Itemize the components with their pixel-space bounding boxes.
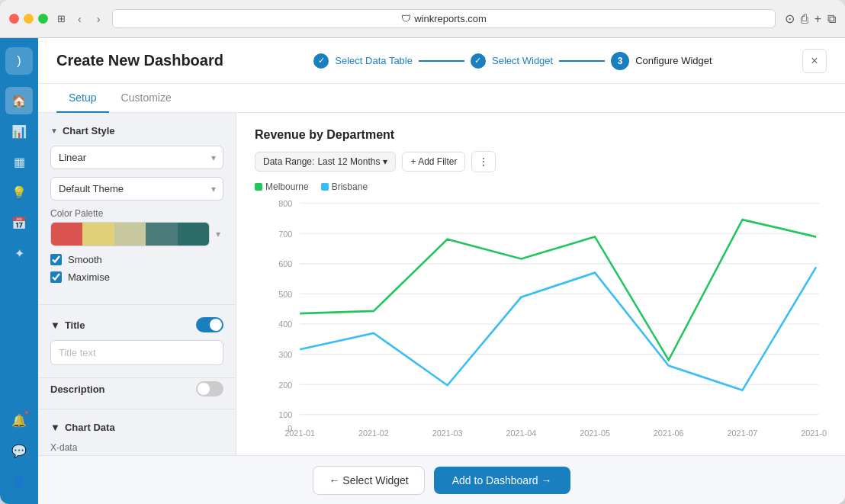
step-2-label: Select Widget	[492, 55, 553, 66]
title-section: ▼ Title	[38, 308, 236, 374]
add-to-dashboard-button[interactable]: Add to Dashboard →	[434, 467, 570, 494]
legend-dot-melbourne	[255, 183, 262, 191]
sidebar-item-files[interactable]: ▦	[5, 148, 33, 175]
sidebar-item-insights[interactable]: 💡	[5, 178, 33, 206]
new-tab-button[interactable]: +	[814, 12, 821, 26]
browser-window: ⊞ ‹ › 🛡 winkreports.com ⊙ ⎙ + ⧉ ) 🏠 📊 ▦ …	[0, 0, 845, 504]
svg-text:300: 300	[278, 350, 292, 359]
sidebar-item-charts[interactable]: 📊	[5, 117, 33, 145]
svg-text:700: 700	[278, 229, 292, 238]
sidebar-item-rocket[interactable]: ✦	[5, 239, 33, 267]
theme-select[interactable]: Default Theme Dark Theme	[50, 177, 223, 201]
color-palette-row: ▾	[50, 222, 223, 246]
address-bar[interactable]: 🛡 winkreports.com	[112, 9, 775, 28]
step-1-label: Select Data Table	[335, 55, 413, 66]
smooth-row: Smooth	[50, 254, 223, 265]
maximize-traffic-light[interactable]	[38, 14, 48, 24]
svg-text:500: 500	[278, 289, 292, 298]
x-data-label: X-data	[50, 442, 223, 453]
description-toggle[interactable]	[196, 381, 223, 396]
close-traffic-light[interactable]	[9, 14, 19, 24]
svg-text:2021-08: 2021-08	[801, 428, 827, 437]
style-select[interactable]: Linear Bar	[50, 146, 223, 169]
tab-customize[interactable]: Customize	[109, 84, 184, 113]
wizard-steps: ✓ Select Data Table ✓ Select Widget 3 Co…	[313, 52, 712, 70]
title-toggle[interactable]	[196, 317, 223, 332]
title-section-label: ▼ Title	[50, 319, 85, 331]
chart-style-header[interactable]: ▼ Chart Style	[50, 125, 223, 136]
share-button[interactable]: ⎙	[801, 12, 808, 26]
svg-text:400: 400	[278, 319, 292, 329]
series-melbourne	[300, 220, 816, 360]
maximise-label: Maximise	[68, 271, 110, 283]
palette-dropdown-arrow[interactable]: ▾	[213, 226, 223, 242]
chart-svg: 800 700 600 500 400 300 200 100 0	[255, 195, 827, 440]
sidebar: ) 🏠 📊 ▦ 💡 📅 ✦ 🔔 💬 👤	[0, 38, 38, 504]
data-range-button[interactable]: Data Range: Last 12 Months ▾	[255, 152, 396, 172]
legend-item-brisbane: Brisbane	[321, 181, 368, 192]
right-panel: Revenue by Department Data Range: Last 1…	[236, 113, 845, 455]
wizard-step-1: ✓ Select Data Table	[313, 53, 413, 69]
chart-data-label: Chart Data	[65, 422, 115, 433]
svg-text:800: 800	[278, 199, 292, 208]
color-swatches[interactable]	[50, 222, 210, 246]
description-section: Description	[38, 381, 236, 406]
chart-title: Revenue by Department	[255, 128, 827, 142]
color-palette-label: Color Palette	[50, 208, 223, 219]
minimize-traffic-light[interactable]	[24, 14, 34, 24]
svg-text:100: 100	[278, 410, 292, 419]
svg-text:2021-03: 2021-03	[432, 428, 463, 437]
select-widget-label: ← Select Widget	[329, 474, 408, 486]
title-section-header: ▼ Title	[50, 317, 223, 332]
step-1-icon: ✓	[313, 53, 329, 69]
swatch-teal	[146, 223, 177, 246]
modal-close-button[interactable]: ×	[802, 49, 827, 73]
sidebar-item-home[interactable]: 🏠	[5, 87, 33, 114]
legend-label-melbourne: Melbourne	[265, 181, 309, 192]
legend-label-brisbane: Brisbane	[332, 181, 368, 192]
divider-1	[38, 304, 236, 305]
color-palette-group: Color Palette ▾	[50, 208, 223, 246]
swatch-yellow	[82, 223, 114, 246]
traffic-lights	[9, 14, 48, 24]
add-to-dashboard-label: Add to Dashboard →	[452, 474, 552, 486]
add-filter-button[interactable]: + Add Filter	[402, 152, 465, 172]
sidebar-item-notifications[interactable]: 🔔	[5, 406, 33, 434]
tab-overview-button[interactable]: ⧉	[827, 12, 836, 26]
sidebar-item-profile[interactable]: 👤	[5, 467, 33, 495]
tabs-bar: Setup Customize	[38, 84, 845, 113]
maximise-checkbox[interactable]	[50, 271, 62, 283]
url-text: winkreports.com	[414, 13, 487, 24]
notification-dot	[24, 409, 30, 416]
browser-actions: ⊙ ⎙ + ⧉	[785, 11, 836, 26]
data-range-label: Data Range:	[263, 156, 314, 167]
shield-icon: 🛡	[401, 13, 411, 24]
wizard-step-3: 3 Configure Widget	[611, 52, 712, 70]
add-filter-label: + Add Filter	[410, 156, 457, 167]
forward-button[interactable]: ›	[94, 10, 104, 28]
divider-2	[38, 377, 236, 378]
footer: ← Select Widget Add to Dashboard →	[38, 455, 845, 504]
content-area: ▼ Chart Style Linear Bar ▾	[38, 113, 845, 455]
title-label: Title	[65, 319, 85, 331]
chart-style-section: ▼ Chart Style Linear Bar ▾	[38, 113, 236, 301]
svg-text:2021-05: 2021-05	[580, 428, 610, 437]
sidebar-logo[interactable]: )	[5, 47, 33, 75]
select-widget-button[interactable]: ← Select Widget	[313, 466, 424, 495]
title-chevron: ▼	[50, 319, 60, 331]
more-options-button[interactable]: ⋮	[471, 151, 496, 172]
chart-controls: Data Range: Last 12 Months ▾ + Add Filte…	[255, 151, 827, 172]
browser-chrome: ⊞ ‹ › 🛡 winkreports.com ⊙ ⎙ + ⧉	[0, 0, 845, 38]
sidebar-item-calendar[interactable]: 📅	[5, 209, 33, 236]
smooth-checkbox[interactable]	[50, 254, 62, 265]
sidebar-item-chat[interactable]: 💬	[5, 437, 33, 464]
sidebar-toggle-button[interactable]: ⊞	[57, 13, 66, 24]
left-panel: ▼ Chart Style Linear Bar ▾	[38, 113, 236, 455]
svg-text:2021-04: 2021-04	[506, 428, 536, 437]
download-button[interactable]: ⊙	[785, 11, 795, 26]
title-input[interactable]	[50, 340, 223, 365]
tab-setup[interactable]: Setup	[56, 84, 109, 113]
back-button[interactable]: ‹	[75, 10, 85, 28]
theme-select-wrapper: Default Theme Dark Theme ▾	[50, 177, 223, 201]
svg-text:200: 200	[278, 380, 292, 389]
